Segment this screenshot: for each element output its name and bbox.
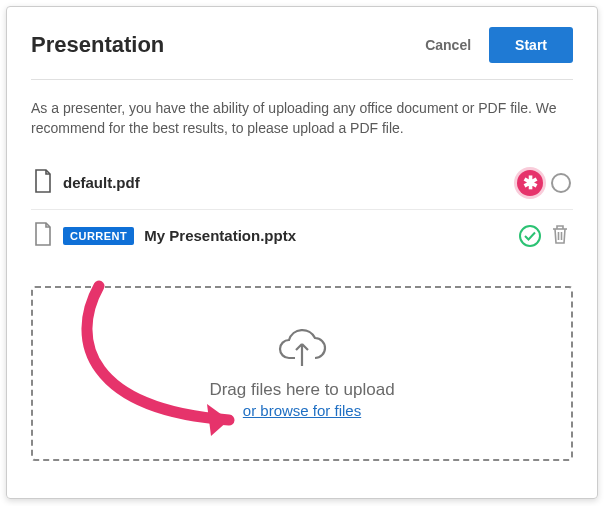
file-row-actions: ✱ <box>517 170 571 196</box>
select-radio[interactable] <box>551 173 571 193</box>
modal-header: Presentation Cancel Start <box>31 27 573 80</box>
drag-hint-text: Drag files here to upload <box>209 380 394 400</box>
file-row: default.pdf ✱ <box>31 161 573 205</box>
cloud-upload-icon <box>275 328 329 374</box>
file-row-actions <box>519 222 571 249</box>
header-actions: Cancel Start <box>425 27 573 63</box>
presentation-modal: Presentation Cancel Start As a presenter… <box>6 6 598 499</box>
required-badge-icon[interactable]: ✱ <box>517 170 543 196</box>
row-divider <box>31 209 573 210</box>
upload-description: As a presenter, you have the ability of … <box>31 98 573 139</box>
upload-dropzone[interactable]: Drag files here to upload or browse for … <box>31 286 573 461</box>
document-icon <box>33 169 53 197</box>
current-badge: CURRENT <box>63 227 134 245</box>
start-button[interactable]: Start <box>489 27 573 63</box>
annotation-arrow-icon <box>59 280 269 450</box>
file-name-label: default.pdf <box>63 174 140 191</box>
cancel-button[interactable]: Cancel <box>425 37 471 53</box>
document-icon <box>33 222 53 250</box>
modal-title: Presentation <box>31 32 164 58</box>
file-name-label: My Presentation.pptx <box>144 227 296 244</box>
delete-button[interactable] <box>549 222 571 249</box>
file-row: CURRENT My Presentation.pptx <box>31 214 573 258</box>
selected-check-icon[interactable] <box>519 225 541 247</box>
browse-files-link[interactable]: or browse for files <box>243 402 361 419</box>
svg-marker-0 <box>207 404 229 436</box>
